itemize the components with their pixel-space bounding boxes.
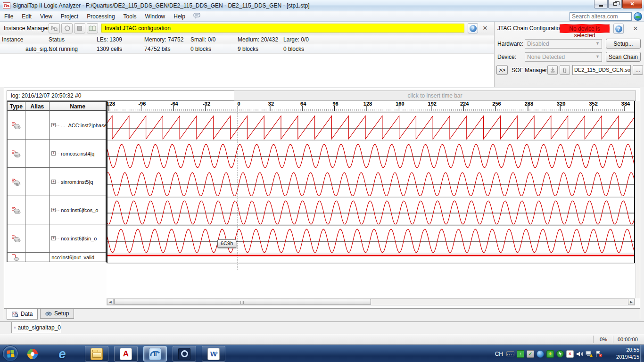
column-5[interactable]: Medium: 20/432 bbox=[236, 35, 281, 44]
column-6[interactable]: Large: 0/0 bbox=[281, 35, 447, 44]
menu-processing[interactable]: Processing bbox=[83, 12, 119, 21]
instance-help-button[interactable]: ? bbox=[468, 23, 478, 33]
column-4[interactable]: Small: 0/0 bbox=[189, 35, 236, 44]
shield-plus-icon[interactable]: + bbox=[546, 350, 554, 358]
instance-close-button[interactable]: ✕ bbox=[481, 24, 489, 33]
notification-icon[interactable]: × bbox=[566, 350, 574, 358]
expand-plus-icon[interactable]: + bbox=[51, 208, 56, 212]
signal-name-cell[interactable]: +·· nco:inst6|fcos_o bbox=[50, 196, 106, 224]
header-name[interactable]: Name bbox=[50, 101, 106, 111]
menu-project[interactable]: Project bbox=[57, 12, 83, 21]
run-analysis-button[interactable] bbox=[49, 23, 60, 33]
vertical-scrollbar[interactable] bbox=[636, 101, 640, 298]
menu-file[interactable]: File bbox=[0, 12, 17, 21]
instance-table-row[interactable]: auto_sig...Not running1309 cells74752 bi… bbox=[0, 44, 494, 54]
signal-row[interactable]: +·· ..._ACC:inst2|phaseout bbox=[7, 111, 107, 140]
alias-cell[interactable] bbox=[25, 253, 50, 262]
signal-name-cell[interactable]: +·· nco:inst6|fsin_o bbox=[50, 224, 106, 253]
search-input[interactable] bbox=[570, 12, 632, 21]
signal-name-label: sinrom:inst5|q bbox=[61, 179, 93, 185]
safely-remove-icon[interactable]: ✓ bbox=[527, 350, 534, 358]
start-button[interactable] bbox=[2, 346, 18, 362]
taskbar-quartus-button[interactable] bbox=[173, 346, 196, 362]
header-alias[interactable]: Alias bbox=[25, 101, 50, 111]
network-warning-icon[interactable] bbox=[586, 351, 593, 357]
feedback-bubble-icon[interactable] bbox=[193, 13, 200, 20]
alias-cell[interactable] bbox=[25, 224, 50, 253]
scan-chain-button[interactable]: Scan Chain bbox=[606, 52, 641, 62]
alias-cell[interactable] bbox=[25, 196, 50, 224]
scroll-left-arrow[interactable]: ◀ bbox=[107, 299, 114, 305]
log-selector[interactable]: log: 2016/12/07 20:50:32 #0 bbox=[7, 90, 235, 101]
signal-row[interactable]: +·· sinrom:inst5|q bbox=[7, 168, 107, 196]
search-globe-icon[interactable] bbox=[634, 12, 642, 21]
program-device-icon-button[interactable] bbox=[547, 65, 558, 75]
expand-plus-icon[interactable]: + bbox=[51, 236, 56, 240]
expand-plus-icon[interactable]: + bbox=[51, 151, 56, 156]
network-globe-icon[interactable] bbox=[537, 350, 544, 358]
signal-name-cell[interactable]: nco:inst6|out_valid bbox=[50, 253, 106, 262]
jtag-close-button[interactable]: ✕ bbox=[631, 25, 640, 33]
speaker-icon[interactable] bbox=[576, 351, 583, 357]
alias-cell[interactable] bbox=[25, 111, 50, 140]
read-data-button[interactable] bbox=[87, 23, 98, 33]
tab-setup[interactable]: Setup bbox=[40, 309, 74, 319]
signal-name-cell[interactable]: +·· sinrom:inst5|q bbox=[50, 168, 106, 196]
close-button[interactable]: ✕ bbox=[622, 0, 642, 8]
horizontal-scrollbar[interactable]: ◀ ▶ bbox=[107, 298, 635, 305]
menu-tools[interactable]: Tools bbox=[119, 12, 141, 21]
waveform-display[interactable]: -128-96-64-32032649612816019222425628832… bbox=[107, 101, 635, 298]
alias-cell[interactable] bbox=[25, 168, 50, 196]
expand-plus-icon[interactable]: + bbox=[51, 180, 56, 184]
signal-name-cell[interactable]: +·· romcos:inst4|q bbox=[50, 140, 106, 168]
stop-analysis-button[interactable] bbox=[74, 23, 85, 33]
column-1[interactable]: Status bbox=[47, 35, 95, 44]
jtag-help-button[interactable]: ? bbox=[613, 24, 624, 34]
signal-row[interactable]: nco:inst6|out_valid bbox=[7, 253, 107, 262]
tab-auto-signaltap-0[interactable]: auto_signaltap_0 bbox=[11, 322, 61, 333]
setup-button[interactable]: Setup... bbox=[606, 39, 641, 49]
taskbar-explorer-button[interactable] bbox=[85, 346, 108, 362]
expand-sof-button[interactable]: >> bbox=[496, 65, 508, 75]
menu-view[interactable]: View bbox=[36, 12, 57, 21]
signal-row[interactable]: +·· nco:inst6|fsin_o bbox=[7, 224, 107, 253]
expand-plus-icon[interactable]: + bbox=[51, 123, 56, 127]
signal-row[interactable]: +·· nco:inst6|fcos_o bbox=[7, 196, 107, 224]
sof-file-field[interactable]: DE2_115_DDS_GEN.sof bbox=[572, 65, 631, 75]
internet-explorer-icon[interactable]: e bbox=[54, 346, 70, 362]
action-center-flag-icon[interactable] bbox=[595, 351, 603, 357]
usb-icon[interactable]: ↑ bbox=[517, 350, 524, 358]
restore-button[interactable] bbox=[608, 0, 622, 8]
device-select[interactable]: None Detected▼ bbox=[525, 52, 602, 62]
scrollbar-thumb[interactable] bbox=[114, 299, 371, 305]
column-3[interactable]: Memory: 74752 bbox=[142, 35, 189, 44]
timebar-hint[interactable]: click to insert time bar bbox=[234, 90, 636, 101]
alias-cell[interactable] bbox=[25, 140, 50, 168]
clock-time: 20:55 bbox=[616, 346, 639, 354]
pinwheel-app-icon[interactable] bbox=[25, 346, 41, 362]
minimize-button[interactable] bbox=[594, 0, 608, 8]
taskbar-word-button[interactable]: W bbox=[202, 346, 225, 362]
menu-help[interactable]: Help bbox=[169, 12, 190, 21]
scroll-right-arrow[interactable]: ▶ bbox=[628, 299, 635, 305]
tab-data[interactable]: Data bbox=[7, 309, 38, 320]
menu-edit[interactable]: Edit bbox=[17, 12, 36, 21]
input-method-indicator[interactable]: CH bbox=[495, 351, 503, 357]
header-type[interactable]: Type bbox=[8, 101, 25, 111]
signal-name-cell[interactable]: +·· ..._ACC:inst2|phaseout bbox=[50, 111, 106, 140]
column-2[interactable]: LEs: 1309 bbox=[95, 35, 142, 44]
column-0[interactable]: Instance bbox=[0, 35, 47, 44]
autorun-analysis-button[interactable] bbox=[61, 23, 73, 33]
shield-bolt-icon[interactable]: ϟ bbox=[556, 350, 564, 358]
signal-row[interactable]: +·· romcos:inst4|q bbox=[7, 140, 107, 168]
taskbar-signaltap-button[interactable]: II bbox=[143, 346, 167, 362]
svg-text:96: 96 bbox=[332, 101, 338, 107]
browse-sof-button[interactable]: ... bbox=[633, 65, 643, 75]
attach-sof-icon-button[interactable] bbox=[560, 65, 570, 75]
hardware-select[interactable]: Disabled▼ bbox=[525, 39, 602, 49]
taskbar-acrobat-button[interactable]: A bbox=[114, 346, 138, 362]
keyboard-icon[interactable] bbox=[506, 351, 514, 356]
taskbar-clock[interactable]: 20:55 2019/4/15 bbox=[616, 346, 639, 361]
menu-window[interactable]: Window bbox=[141, 12, 170, 21]
show-desktop-button[interactable] bbox=[640, 345, 644, 362]
